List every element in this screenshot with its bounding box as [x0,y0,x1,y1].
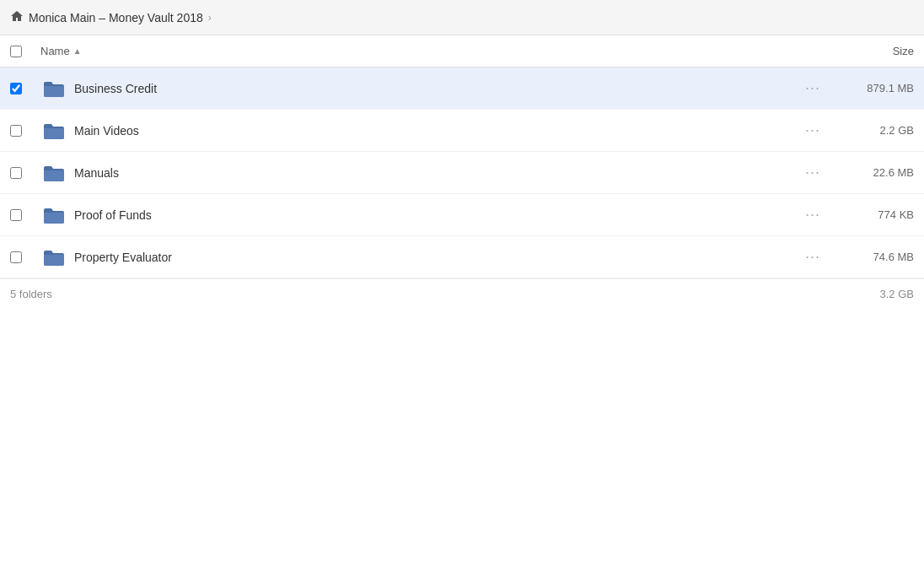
row-checkbox[interactable] [10,209,22,221]
row-checkbox-col [10,83,40,94]
row-size: 74.6 MB [830,251,914,263]
folder-icon [40,248,67,267]
breadcrumb-bar: Monica Main – Money Vault 2018 › [0,0,924,35]
row-name: Proof of Funds [74,208,796,222]
row-name: Business Credit [74,82,796,95]
row-size: 879.1 MB [830,82,914,94]
table-row[interactable]: Property Evaluator ··· 74.6 MB [0,236,924,278]
home-icon[interactable] [10,9,24,25]
table-row[interactable]: Proof of Funds ··· 774 KB [0,194,924,236]
row-size: 774 KB [830,208,914,221]
table-row[interactable]: Main Videos ··· 2.2 GB [0,110,924,152]
folder-icon [40,164,67,182]
row-size: 22.6 MB [830,166,914,179]
row-checkbox[interactable] [10,167,22,179]
row-name: Property Evaluator [74,251,796,264]
row-checkbox-col [10,167,40,179]
row-checkbox[interactable] [10,125,22,137]
breadcrumb-title[interactable]: Monica Main – Money Vault 2018 [29,11,203,24]
row-more-button[interactable]: ··· [796,121,830,139]
row-more-button[interactable]: ··· [796,248,830,266]
table-row[interactable]: Manuals ··· 22.6 MB [0,152,924,194]
row-size: 2.2 GB [830,124,914,137]
size-column-header: Size [830,45,914,57]
row-checkbox-col [10,125,40,137]
row-name: Main Videos [74,124,796,138]
name-column-header[interactable]: Name ▲ [40,45,830,57]
folder-icon [40,206,67,224]
row-checkbox-col [10,209,40,221]
select-all-checkbox[interactable] [10,46,22,57]
header-checkbox-col [10,46,40,57]
row-more-button[interactable]: ··· [796,79,830,97]
sort-icon: ▲ [73,46,82,56]
row-more-button[interactable]: ··· [796,164,830,181]
footer-bar: 5 folders 3.2 GB [0,278,924,309]
table-row[interactable]: Business Credit ··· 879.1 MB [0,67,924,110]
row-more-button[interactable]: ··· [796,206,830,224]
table-header: Name ▲ Size [0,35,924,67]
row-name: Manuals [74,166,796,180]
folder-icon [40,121,67,140]
row-checkbox-col [10,251,40,263]
breadcrumb-chevron: › [208,12,212,24]
total-size: 3.2 GB [880,288,914,300]
row-checkbox[interactable] [10,251,22,263]
row-checkbox[interactable] [10,83,22,94]
file-list: Business Credit ··· 879.1 MB Main Videos… [0,67,924,278]
folder-icon [40,79,67,98]
folder-count: 5 folders [10,288,52,300]
